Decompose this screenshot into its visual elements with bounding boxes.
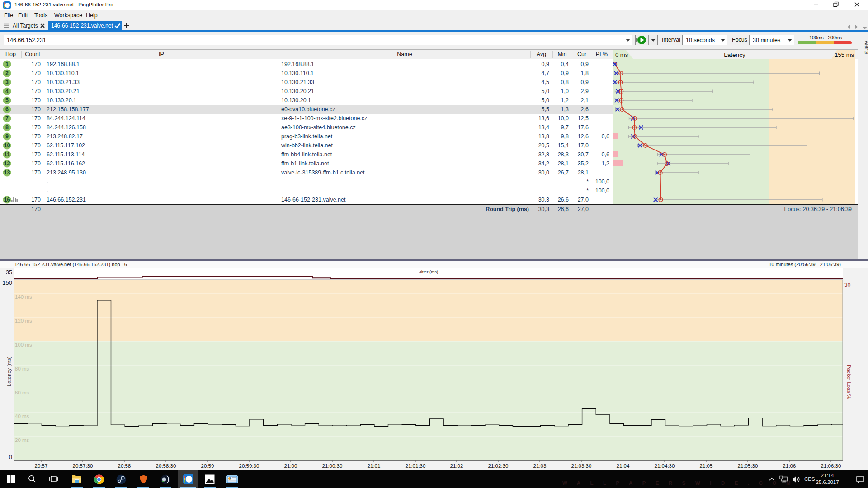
svg-text:16: 16 [4, 197, 10, 203]
svg-text:5: 5 [5, 97, 9, 103]
svg-text:21:02:30: 21:02:30 [488, 463, 509, 469]
svg-text:21:04:30: 21:04:30 [655, 463, 675, 469]
svg-text:2: 2 [5, 70, 9, 76]
svg-text:10 minutes (20:56:39 - 21:06:3: 10 minutes (20:56:39 - 21:06:39) [769, 262, 841, 267]
svg-text:4: 4 [5, 88, 9, 94]
svg-text:20:59:30: 20:59:30 [239, 463, 259, 469]
svg-text:21:01:30: 21:01:30 [406, 463, 426, 469]
svg-text:21:01: 21:01 [368, 463, 381, 469]
svg-text:150: 150 [2, 279, 12, 286]
svg-text:8: 8 [5, 124, 9, 131]
svg-text:80 ms: 80 ms [15, 366, 29, 371]
svg-text:20:59: 20:59 [201, 463, 214, 469]
svg-text:7: 7 [5, 115, 9, 122]
svg-text:21:00:30: 21:00:30 [322, 463, 343, 469]
svg-text:100 ms: 100 ms [15, 342, 32, 347]
svg-text:Latency: Latency [724, 52, 745, 58]
svg-text:30: 30 [844, 282, 851, 288]
svg-text:21:03:30: 21:03:30 [571, 463, 592, 469]
svg-text:20:58: 20:58 [118, 463, 131, 469]
svg-text:21:06: 21:06 [783, 463, 796, 469]
svg-text:60 ms: 60 ms [15, 390, 29, 395]
svg-text:13: 13 [4, 169, 10, 176]
svg-text:Packet Loss %: Packet Loss % [846, 365, 852, 399]
svg-text:21:04: 21:04 [617, 463, 630, 469]
svg-text:155 ms: 155 ms [835, 52, 854, 58]
svg-text:120 ms: 120 ms [15, 318, 32, 324]
svg-text:Jitter (ms): Jitter (ms) [419, 269, 438, 274]
svg-text:20:57:30: 20:57:30 [73, 463, 93, 469]
svg-text:10: 10 [4, 142, 10, 149]
svg-text:9: 9 [5, 133, 9, 140]
svg-text:21:02: 21:02 [450, 463, 463, 469]
svg-text:35: 35 [6, 269, 12, 276]
svg-text:11: 11 [4, 151, 10, 158]
svg-text:21:03: 21:03 [533, 463, 547, 469]
svg-text:21:00: 21:00 [284, 463, 297, 469]
svg-text:1: 1 [5, 61, 9, 67]
svg-text:3: 3 [5, 79, 9, 85]
svg-text:20:58:30: 20:58:30 [156, 463, 176, 469]
svg-text:40 ms: 40 ms [15, 413, 29, 419]
svg-text:20:57: 20:57 [35, 463, 48, 469]
svg-text:Latency (ms): Latency (ms) [6, 357, 12, 387]
svg-text:146-66-152-231.valve.net (146.: 146-66-152-231.valve.net (146.66.152.231… [14, 262, 127, 267]
svg-text:21:05:30: 21:05:30 [738, 463, 758, 469]
svg-text:6: 6 [5, 106, 9, 113]
svg-text:Alerts: Alerts [863, 41, 868, 55]
svg-text:20 ms: 20 ms [15, 437, 29, 443]
svg-text:21:05: 21:05 [700, 463, 713, 469]
svg-text:0: 0 [9, 454, 12, 460]
svg-text:0 ms: 0 ms [615, 52, 628, 58]
svg-text:140 ms: 140 ms [15, 294, 32, 300]
svg-text:12: 12 [4, 160, 10, 167]
svg-text:21:06:30: 21:06:30 [821, 463, 841, 469]
